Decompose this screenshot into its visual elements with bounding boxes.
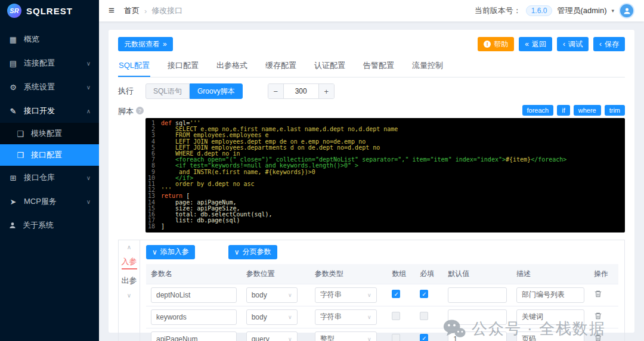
tab-output-params[interactable]: 出参 bbox=[122, 275, 137, 286]
default-value-input[interactable] bbox=[448, 309, 507, 325]
user-menu[interactable]: 管理员(admin) bbox=[557, 5, 606, 16]
description-input[interactable] bbox=[516, 287, 584, 303]
col-header-name: 参数名 bbox=[146, 264, 242, 284]
help-button[interactable]: 帮助 bbox=[478, 37, 514, 51]
chevron-down-icon bbox=[367, 336, 371, 341]
array-checkbox[interactable] bbox=[392, 312, 400, 320]
sidebar-item-api-development[interactable]: 接口开发 bbox=[0, 99, 99, 123]
param-type-select[interactable]: 整型 bbox=[315, 331, 377, 341]
tab-cache-config[interactable]: 缓存配置 bbox=[265, 56, 297, 77]
collapse-down-icon[interactable] bbox=[127, 292, 131, 299]
param-name-input[interactable] bbox=[151, 309, 237, 325]
save-button[interactable]: 保存 bbox=[593, 37, 625, 51]
select-value: 字符串 bbox=[320, 312, 342, 322]
required-checkbox[interactable] bbox=[420, 290, 428, 298]
array-checkbox[interactable] bbox=[392, 334, 400, 341]
sidebar-item-system-settings[interactable]: 系统设置 bbox=[0, 75, 99, 99]
tab-input-params[interactable]: 入参 bbox=[122, 256, 137, 269]
sidebar-submenu: 模块配置 接口配置 bbox=[0, 123, 99, 166]
sidebar-item-label: 连接配置 bbox=[24, 58, 55, 69]
debug-button[interactable]: 调试 bbox=[557, 37, 589, 51]
description-input[interactable] bbox=[516, 331, 584, 341]
back-button[interactable]: 返回 bbox=[519, 37, 552, 51]
logo-icon: SR bbox=[7, 4, 21, 18]
sidebar-item-label: 接口配置 bbox=[31, 150, 62, 160]
decrement-button[interactable]: − bbox=[268, 84, 284, 98]
param-position-select[interactable]: query bbox=[246, 331, 298, 341]
metadata-view-button[interactable]: 元数据查看 bbox=[118, 37, 173, 51]
script-main: foreach if where trim 1def sql='''2 SELE… bbox=[145, 105, 625, 232]
table-row: query 整型 bbox=[146, 328, 618, 341]
tab-alert-config[interactable]: 告警配置 bbox=[363, 56, 395, 77]
timeout-stepper: − + bbox=[268, 83, 335, 99]
tab-sql-config[interactable]: SQL配置 bbox=[118, 56, 150, 77]
increment-button[interactable]: + bbox=[318, 84, 334, 98]
sidebar-item-module-config[interactable]: 模块配置 bbox=[0, 123, 99, 144]
description-input[interactable] bbox=[516, 309, 584, 325]
tab-output-format[interactable]: 出参格式 bbox=[216, 56, 248, 77]
params-main: 添加入参 分页参数 参数名 参数位置 bbox=[140, 240, 624, 341]
tab-auth-config[interactable]: 认证配置 bbox=[314, 56, 346, 77]
sidebar-item-overview[interactable]: 概览 bbox=[0, 27, 99, 51]
code-line: 11 order by d.dept_no asc bbox=[145, 181, 625, 187]
delete-icon[interactable] bbox=[594, 334, 602, 341]
angle-left-icon bbox=[563, 41, 565, 48]
param-position-select[interactable]: body bbox=[246, 309, 298, 325]
version-badge[interactable]: 1.6.0 bbox=[526, 5, 553, 16]
col-header-type: 参数类型 bbox=[310, 264, 388, 284]
add-param-button[interactable]: 添加入参 bbox=[146, 245, 195, 259]
sql-mode-button[interactable]: SQL语句 bbox=[145, 83, 190, 99]
sidebar-item-connection-config[interactable]: 连接配置 bbox=[0, 51, 99, 75]
delete-icon[interactable] bbox=[594, 290, 602, 298]
breadcrumb-home[interactable]: 首页 bbox=[124, 5, 140, 16]
code-editor[interactable]: 1def sql='''2 SELECT e.emp_no,e.first_na… bbox=[145, 118, 625, 232]
collapse-up-icon[interactable] bbox=[127, 244, 131, 250]
param-name-input[interactable] bbox=[151, 331, 237, 341]
required-checkbox[interactable] bbox=[420, 312, 428, 320]
required-checkbox[interactable] bbox=[420, 334, 428, 341]
sidebar-item-label: 接口仓库 bbox=[24, 172, 55, 183]
sidebar-item-api-repository[interactable]: 接口仓库 bbox=[0, 166, 99, 190]
code-line: 6 WHERE d.dept_no in bbox=[145, 151, 625, 157]
groovy-mode-button[interactable]: Groovy脚本 bbox=[190, 83, 243, 99]
breadcrumb: 首页 › 修改接口 bbox=[124, 5, 182, 16]
code-line: 2 SELECT e.emp_no,e.first_name,e.last_na… bbox=[145, 126, 625, 132]
code-line: 18] bbox=[145, 224, 625, 230]
timeout-input[interactable] bbox=[284, 84, 318, 98]
person-icon bbox=[623, 7, 631, 16]
avatar[interactable] bbox=[619, 3, 634, 18]
debug-label: 调试 bbox=[568, 39, 583, 49]
snippet-foreach-button[interactable]: foreach bbox=[522, 105, 554, 116]
chevron-up-icon bbox=[86, 108, 91, 114]
menu-collapse-icon[interactable] bbox=[109, 5, 114, 17]
snippet-trim-button[interactable]: trim bbox=[605, 105, 625, 116]
tab-flow-control[interactable]: 流量控制 bbox=[411, 56, 444, 77]
snippet-where-button[interactable]: where bbox=[574, 105, 601, 116]
pencil-icon bbox=[8, 107, 18, 116]
snippet-if-button[interactable]: if bbox=[557, 105, 570, 116]
sidebar-item-about-system[interactable]: 关于系统 bbox=[0, 213, 99, 237]
logo[interactable]: SR SQLREST bbox=[0, 0, 99, 21]
params-tab-strip: 入参 出参 bbox=[119, 240, 140, 341]
code-line: 3 FROM employees.employees e bbox=[145, 132, 625, 138]
default-value-input[interactable] bbox=[448, 287, 507, 303]
editor-card: 元数据查看 帮助 返回 调 bbox=[109, 30, 634, 333]
param-type-select[interactable]: 字符串 bbox=[315, 287, 377, 303]
info-icon[interactable] bbox=[136, 107, 144, 114]
exec-row: 执行 SQL语句 Groovy脚本 − + bbox=[118, 83, 625, 99]
gear-icon bbox=[8, 83, 18, 92]
code-line: 13return [ bbox=[145, 193, 625, 199]
version-label: 当前版本号： bbox=[475, 5, 521, 16]
sidebar-item-mcp-service[interactable]: MCP服务 bbox=[0, 190, 99, 213]
chevron-down-icon[interactable] bbox=[611, 8, 614, 14]
tab-api-config[interactable]: 接口配置 bbox=[167, 56, 199, 77]
delete-icon[interactable] bbox=[594, 312, 602, 320]
chevron-down-icon bbox=[86, 84, 91, 91]
array-checkbox[interactable] bbox=[392, 290, 400, 298]
param-position-select[interactable]: body bbox=[246, 287, 298, 303]
param-name-input[interactable] bbox=[151, 287, 237, 303]
param-type-select[interactable]: 字符串 bbox=[315, 309, 377, 325]
default-value-input[interactable] bbox=[448, 331, 507, 341]
paging-param-button[interactable]: 分页参数 bbox=[228, 245, 277, 259]
sidebar-item-api-config[interactable]: 接口配置 bbox=[0, 144, 99, 166]
